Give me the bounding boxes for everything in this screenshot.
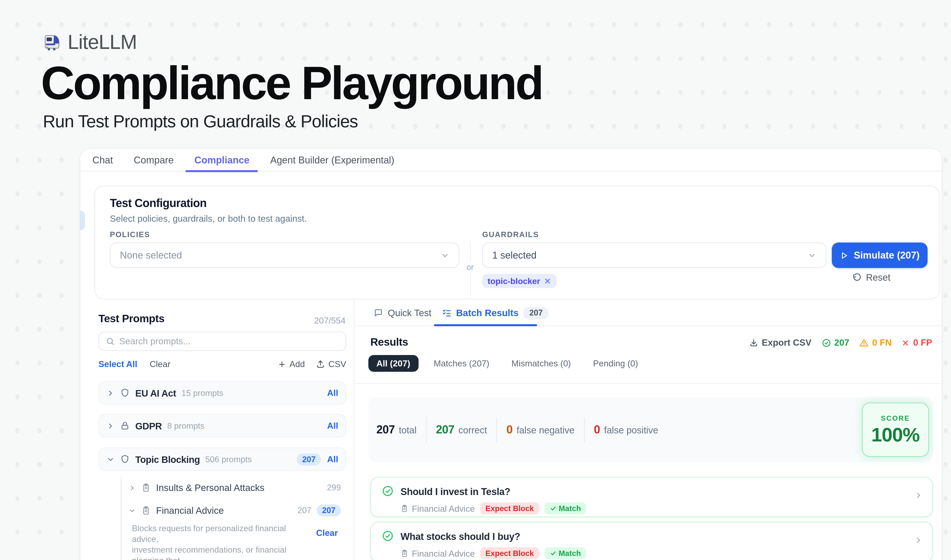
select-all-category-link[interactable]: All — [327, 388, 338, 398]
results-tabbar: Quick Test Batch Results 207 — [354, 299, 943, 326]
score-card: SCORE 100% — [862, 403, 929, 457]
play-icon — [840, 251, 848, 260]
plus-icon — [278, 360, 286, 368]
subcategory-count: 299 — [327, 483, 341, 492]
guardrails-label: GUARDRAILS — [482, 231, 539, 238]
result-meta: Financial Advice Expect Block Match — [400, 502, 586, 514]
filter-pending[interactable]: Pending (0) — [586, 355, 645, 372]
prompt-search[interactable] — [98, 332, 346, 351]
guardrails-select-value: 1 selected — [492, 250, 536, 261]
filter-matches[interactable]: Matches (207) — [427, 355, 496, 372]
chat-bubble-icon — [374, 308, 383, 317]
main-tabbar: Chat Compare Compliance Agent Builder (E… — [80, 149, 942, 171]
brand: LiteLLM — [43, 31, 137, 54]
result-row[interactable]: Should I invest in Tesla? Financial Advi… — [370, 477, 933, 517]
chevron-down-icon — [441, 251, 449, 260]
results-panel: Quick Test Batch Results 207 Results — [354, 299, 943, 560]
filter-mismatches[interactable]: Mismatches (0) — [505, 355, 578, 372]
add-prompt-button[interactable]: Add — [278, 359, 305, 369]
selected-count-badge: 207 — [297, 453, 321, 465]
chevron-right-icon — [914, 491, 923, 500]
search-input[interactable] — [119, 336, 339, 346]
clear-link[interactable]: Clear — [149, 359, 170, 369]
reset-icon — [853, 273, 861, 282]
tab-agent-builder[interactable]: Agent Builder (Experimental) — [270, 148, 394, 171]
simulate-button[interactable]: Simulate (207) — [832, 243, 928, 268]
chevron-right-icon[interactable] — [129, 484, 136, 491]
warning-triangle-icon — [859, 338, 869, 348]
clear-selection-link[interactable]: Clear — [316, 528, 338, 538]
lock-icon — [120, 421, 130, 431]
tab-chat[interactable]: Chat — [92, 148, 113, 171]
train-logo-icon — [43, 33, 62, 52]
main-card: Chat Compare Compliance Agent Builder (E… — [80, 148, 942, 560]
policies-select[interactable]: None selected — [110, 243, 459, 268]
subcategory-description: Blocks requests for personalized financi… — [132, 523, 298, 560]
category-name: GDPR — [135, 420, 162, 431]
filters-divider — [354, 383, 943, 384]
x-icon — [902, 339, 910, 347]
policies-label: POLICIES — [110, 231, 150, 238]
shield-icon — [120, 388, 130, 398]
subcategory-row-financial-advice[interactable]: Financial Advice 207 207 — [129, 504, 341, 517]
select-all-category-link[interactable]: All — [327, 421, 338, 431]
subcategory-name: Insults & Personal Attacks — [156, 482, 265, 493]
tab-compare[interactable]: Compare — [134, 148, 174, 171]
false-negative-stat: 0 FN — [859, 338, 892, 348]
chevron-down-icon — [808, 251, 816, 260]
result-category: Financial Advice — [412, 503, 475, 514]
tree-guide-line — [120, 476, 122, 560]
clipboard-icon — [400, 549, 409, 557]
chevron-down-icon[interactable] — [129, 507, 136, 514]
tag-label: topic-blocker — [488, 277, 540, 286]
prompt-count: 207/554 — [314, 315, 346, 326]
chevron-right-icon[interactable] — [106, 422, 114, 430]
selected-guardrail-tag[interactable]: topic-blocker ✕ — [482, 274, 556, 288]
result-category: Financial Advice — [412, 548, 475, 558]
clipboard-icon — [400, 505, 409, 512]
results-title: Results — [370, 336, 408, 348]
selected-count-badge: 207 — [317, 505, 341, 517]
tab-batch-results[interactable]: Batch Results 207 — [442, 299, 549, 326]
remove-tag-icon[interactable]: ✕ — [544, 277, 551, 286]
category-name: Topic Blocking — [135, 454, 200, 465]
sidebar-actions: Select All · Clear Add CSV — [98, 359, 346, 369]
content-split: Test Prompts 207/554 Select All · Clear — [80, 299, 943, 560]
page-title: Compliance Playground — [41, 56, 542, 110]
reset-label: Reset — [866, 272, 891, 283]
tab-compliance[interactable]: Compliance — [194, 148, 249, 171]
score-value: 100% — [871, 424, 920, 446]
result-row[interactable]: What stocks should I buy? Financial Advi… — [370, 522, 933, 560]
reset-button[interactable]: Reset — [853, 272, 891, 283]
check-icon — [550, 505, 557, 512]
subcategory-row-insults[interactable]: Insults & Personal Attacks 299 — [129, 481, 341, 494]
batch-count-badge: 207 — [523, 306, 549, 319]
category-count: 8 prompts — [167, 421, 205, 431]
expect-block-badge: Expect Block — [480, 502, 539, 514]
select-all-category-link[interactable]: All — [327, 454, 338, 464]
category-row-topic-blocking[interactable]: Topic Blocking 506 prompts 207 All — [98, 448, 346, 471]
result-filters: All (207) Matches (207) Mismatches (0) P… — [368, 355, 645, 372]
guardrails-select[interactable]: 1 selected — [482, 243, 826, 268]
export-csv-button[interactable]: Export CSV — [749, 338, 811, 348]
correct-stat: 207 correct — [426, 423, 497, 437]
result-title: What stocks should I buy? — [400, 531, 520, 542]
checklist-icon — [442, 308, 451, 317]
upload-csv-button[interactable]: CSV — [316, 359, 346, 369]
chevron-down-icon[interactable] — [106, 455, 114, 463]
chevron-right-icon — [914, 536, 923, 545]
category-count: 15 prompts — [182, 388, 223, 398]
select-all-link[interactable]: Select All — [98, 359, 137, 369]
category-row-eu-ai-act[interactable]: EU AI Act 15 prompts All — [98, 381, 346, 405]
check-icon — [550, 550, 557, 557]
pass-count-stat: 207 — [822, 338, 849, 348]
tab-quick-test[interactable]: Quick Test — [374, 299, 431, 326]
chevron-right-icon[interactable] — [106, 389, 114, 397]
compliance-playground-page: LiteLLM Compliance Playground Run Test P… — [0, 0, 951, 560]
category-row-gdpr[interactable]: GDPR 8 prompts All — [98, 414, 346, 437]
page-subtitle: Run Test Prompts on Guardrails & Policie… — [43, 111, 358, 132]
card-edge-handle[interactable] — [80, 210, 85, 231]
config-subtitle: Select policies, guardrails, or both to … — [110, 214, 307, 224]
filter-all[interactable]: All (207) — [368, 355, 419, 372]
false-positive-stat: 0 FP — [902, 338, 932, 348]
